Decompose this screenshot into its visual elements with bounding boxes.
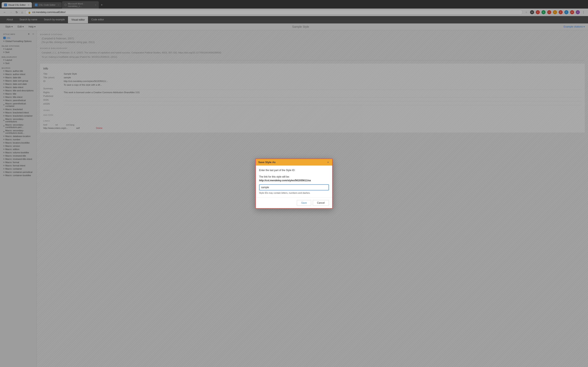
modal-title: Save Style As xyxy=(258,161,276,164)
modal-footer: Save Cancel xyxy=(256,197,332,208)
modal-header: Save Style As × xyxy=(256,159,332,166)
modal-save-button[interactable]: Save xyxy=(297,200,311,206)
save-style-modal: Save Style As × Enter the last part of t… xyxy=(255,158,333,209)
modal-link-label: The link for this style will be: xyxy=(259,175,329,178)
modal-hint: Style IDs may contain letters, numbers a… xyxy=(259,192,329,194)
modal-close-button[interactable]: × xyxy=(327,161,330,164)
modal-url-prefix: http://csl.mendeley.com/styles/561935611… xyxy=(259,179,329,182)
modal-style-id-input[interactable] xyxy=(259,184,329,191)
modal-body: Enter the last part of the Style ID: The… xyxy=(256,166,332,197)
modal-cancel-button[interactable]: Cancel xyxy=(313,200,329,206)
modal-prompt-label: Enter the last part of the Style ID: xyxy=(259,169,329,172)
modal-overlay: Save Style As × Enter the last part of t… xyxy=(0,0,588,367)
